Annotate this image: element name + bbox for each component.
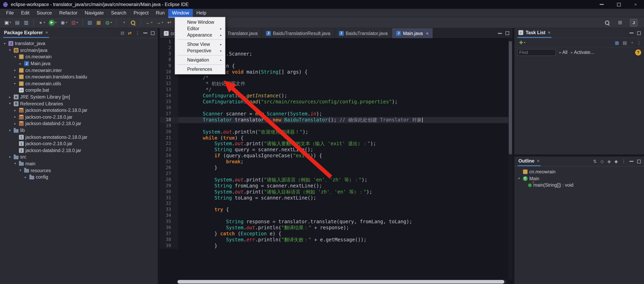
- expand-arrow-icon[interactable]: ▸: [23, 175, 28, 179]
- expand-arrow-icon[interactable]: ▾: [8, 155, 12, 159]
- maximize-view-button[interactable]: [637, 160, 641, 163]
- menu-item-show-view[interactable]: Show View▸: [175, 41, 225, 47]
- code-line[interactable]: 20 System.out.println("欢迎使用翻译器！");: [160, 129, 512, 135]
- code-line[interactable]: 26 }: [160, 165, 512, 171]
- last-edit-location-button[interactable]: ↩: [166, 19, 173, 26]
- menubar-item-help[interactable]: Help: [193, 9, 210, 17]
- code-line[interactable]: 25 break;: [160, 159, 512, 165]
- code-line[interactable]: 16: [160, 105, 512, 111]
- minimize-editor-button[interactable]: [498, 33, 502, 33]
- package-explorer-item[interactable]: ▸config: [0, 174, 158, 180]
- vertical-sash[interactable]: [158, 28, 160, 284]
- help-icon[interactable]: ?: [635, 49, 641, 55]
- horizontal-scroll-thumb[interactable]: [178, 280, 504, 284]
- code-line[interactable]: 17 Scanner scanner = new Scanner(System.…: [160, 111, 512, 117]
- menubar-item-refactor[interactable]: Refactor: [56, 9, 81, 17]
- maximize-view-button[interactable]: [151, 31, 154, 35]
- new-class-button[interactable]: ◍▾: [104, 19, 113, 26]
- expand-arrow-icon[interactable]: ▸: [18, 62, 22, 65]
- forward-button[interactable]: →▾: [155, 19, 164, 26]
- expand-arrow-icon[interactable]: ▸: [13, 122, 17, 125]
- code-line[interactable]: 33 try {: [160, 207, 512, 213]
- code-line[interactable]: 15 Confinguration.load("src/main/resourc…: [160, 99, 512, 105]
- quick-search-button[interactable]: [603, 19, 612, 26]
- package-explorer-item[interactable]: jackson-annotations-2.18.0.jar: [0, 134, 158, 140]
- package-explorer-view-tab[interactable]: Package Explorer ×: [3, 28, 49, 38]
- minimize-view-button[interactable]: [630, 161, 634, 162]
- new-wizard-button[interactable]: ▣▾: [3, 19, 12, 26]
- java-perspective-button[interactable]: J: [629, 18, 639, 27]
- menubar-item-edit[interactable]: Edit: [18, 9, 33, 17]
- open-task-button[interactable]: ◔: [120, 19, 128, 26]
- code-line[interactable]: 24 if (query.equalsIgnoreCase("exit")) {: [160, 153, 512, 159]
- new-task-button[interactable]: ✚▾: [517, 39, 527, 46]
- categorized-button[interactable]: ▦: [615, 40, 619, 45]
- editor-horizontal-scrollbar[interactable]: [177, 280, 507, 284]
- code-line[interactable]: 22 System.out.print("请输入要翻译的文本（输入 'exit'…: [160, 141, 512, 147]
- editor-tab-baidutranslator.java[interactable]: BaiduTranslator.java: [335, 28, 392, 38]
- focus-on-workweek-button[interactable]: ◔: [630, 40, 633, 45]
- editor-tab-main.java[interactable]: Main.java×: [392, 28, 433, 38]
- package-explorer-item[interactable]: ▸cn.meowrain.utils: [0, 80, 158, 87]
- menubar-item-project[interactable]: Project: [130, 9, 152, 17]
- code-line[interactable]: 19: [160, 123, 512, 129]
- coverage-button[interactable]: ▥▾: [70, 19, 79, 26]
- package-explorer-item[interactable]: ▸cn.meowrain.inter: [0, 67, 158, 74]
- expand-arrow-icon[interactable]: ▾: [2, 42, 7, 45]
- search-flashlight-button[interactable]: [129, 19, 137, 26]
- outline-view-tab[interactable]: Outline ×: [518, 156, 540, 166]
- code-line[interactable]: 32: [160, 201, 512, 207]
- package-explorer-item[interactable]: ▸cn.meowrain.translators.baidu: [0, 74, 158, 80]
- close-view-icon[interactable]: ×: [537, 159, 540, 163]
- expand-arrow-icon[interactable]: ▾: [13, 55, 17, 59]
- hide-non-public-button[interactable]: ◆: [614, 159, 618, 164]
- package-explorer-item[interactable]: compile.bat: [0, 87, 158, 93]
- maximize-editor-button[interactable]: [506, 31, 509, 35]
- link-with-editor-button[interactable]: ⇄: [128, 31, 132, 35]
- code-line[interactable]: 34: [160, 213, 512, 219]
- run-button[interactable]: ▶▾: [48, 19, 58, 26]
- menu-item-editor[interactable]: Editor▸: [175, 25, 225, 32]
- filter-all-button[interactable]: ▸ All: [560, 50, 568, 55]
- code-line[interactable]: 12 * 初始化配置文件: [160, 81, 512, 87]
- code-line[interactable]: 23 String query = scanner.nextLine();: [160, 147, 512, 153]
- code-line[interactable]: 29 String fromLang = scanner.nextLine();: [160, 183, 512, 189]
- package-explorer-item[interactable]: ▾Referenced Libraries: [0, 100, 158, 107]
- maximize-window-button[interactable]: [610, 0, 627, 9]
- menu-item-navigation[interactable]: Navigation▸: [175, 57, 225, 63]
- code-line[interactable]: 28 System.out.print("请输入源语言（例如 'en'、'zh'…: [160, 177, 512, 183]
- code-line[interactable]: 38 System.err.println("翻译失败：" + e.getMes…: [160, 237, 512, 243]
- menubar-item-search[interactable]: Search: [108, 9, 130, 17]
- outline-item[interactable]: cn.meowrain: [514, 169, 644, 175]
- open-perspective-button[interactable]: ⊞: [616, 19, 624, 26]
- package-explorer-item[interactable]: ▸Main.java: [0, 60, 158, 67]
- new-package-button[interactable]: ▦: [95, 19, 102, 26]
- code-line[interactable]: 13 */: [160, 87, 512, 93]
- save-button[interactable]: ▤: [14, 19, 21, 26]
- close-view-icon[interactable]: ×: [45, 30, 48, 35]
- code-line[interactable]: 35 String response = translator.translat…: [160, 219, 512, 225]
- hide-static-members-button[interactable]: ◈: [607, 159, 611, 164]
- package-explorer-item[interactable]: ▾resources: [0, 167, 158, 174]
- minimize-view-button[interactable]: [630, 32, 634, 33]
- code-line[interactable]: 11 /*: [160, 75, 512, 81]
- menu-item-new-window[interactable]: New Window: [175, 19, 225, 25]
- package-explorer-item[interactable]: ▾src: [0, 154, 158, 160]
- menubar-item-navigate[interactable]: Navigate: [81, 9, 108, 17]
- code-editor[interactable]: 123⊕import java.util.Scanner;89public cl…: [160, 39, 512, 284]
- hide-fields-button[interactable]: ◇: [600, 159, 604, 164]
- task-list-view-tab[interactable]: Task List ×: [518, 28, 552, 38]
- code-line[interactable]: 30 System.out.print("请输入目标语言（例如 'zh'、'en…: [160, 189, 512, 195]
- close-window-button[interactable]: ×: [627, 0, 644, 9]
- package-explorer-item[interactable]: ▸jackson-annotations-2.18.0.jar: [0, 107, 158, 114]
- code-line[interactable]: 18 Translator translator = new BaiduTran…: [160, 117, 512, 123]
- expand-arrow-icon[interactable]: ▾: [13, 162, 17, 166]
- package-explorer-item[interactable]: jackson-databind-2.18.0.jar: [0, 147, 158, 154]
- scheduled-button[interactable]: ▤: [623, 40, 627, 45]
- horizontal-sash[interactable]: [514, 154, 644, 156]
- outline-item[interactable]: main(String[]) : void: [514, 182, 644, 189]
- external-tools-button[interactable]: ◉▾: [59, 19, 68, 26]
- code-line[interactable]: 21 while (true) {: [160, 135, 512, 141]
- expand-arrow-icon[interactable]: ▸: [13, 75, 17, 79]
- minimize-view-button[interactable]: [143, 32, 147, 33]
